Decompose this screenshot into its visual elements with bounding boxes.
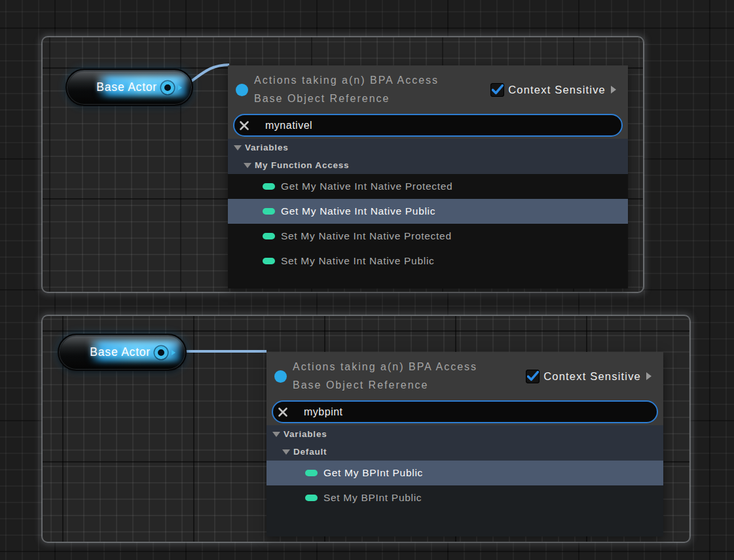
object-pin-dot-icon (274, 370, 287, 383)
collapse-triangle-icon[interactable] (244, 163, 251, 168)
search-value: mybpint (304, 406, 343, 418)
context-sensitive-checkbox[interactable] (490, 83, 504, 97)
category-row[interactable]: Default (266, 443, 663, 461)
variable-pill-icon (263, 183, 275, 190)
search-input[interactable]: mybpint (272, 400, 658, 423)
action-label: Set My Native Int Native Public (281, 255, 434, 267)
pin-arrow-icon (178, 85, 182, 90)
action-label: Set My Native Int Native Protected (281, 230, 452, 242)
object-pin-dot-icon (236, 84, 248, 96)
pin-arrow-icon (172, 350, 175, 355)
context-sensitive-toggle[interactable]: Context Sensitive (526, 370, 651, 383)
clear-search-icon[interactable] (239, 120, 249, 131)
variable-pill-icon (305, 495, 318, 501)
action-label: Get My Native Int Native Public (281, 205, 435, 217)
action-list-item[interactable]: Set My BPInt Public (266, 485, 663, 510)
action-list: VariablesDefaultGet My BPInt PublicSet M… (266, 425, 663, 536)
search-input[interactable]: mynativel (233, 114, 623, 137)
context-menu: Actions taking a(n) BPA Access Base Obje… (228, 65, 628, 289)
search-value: mynativel (265, 120, 312, 131)
context-sensitive-toggle[interactable]: Context Sensitive (490, 83, 616, 97)
context-sensitive-checkbox[interactable] (526, 370, 540, 383)
category-label: Default (293, 447, 327, 457)
collapse-triangle-icon[interactable] (272, 432, 280, 437)
category-row[interactable]: Variables (266, 425, 663, 443)
action-label: Get My Native Int Native Protected (281, 181, 452, 192)
category-row[interactable]: My Function Access (228, 156, 628, 174)
chevron-right-icon[interactable] (611, 86, 616, 94)
chevron-right-icon[interactable] (646, 372, 651, 380)
action-list-item[interactable]: Set My Native Int Native Protected (228, 224, 628, 249)
context-menu: Actions taking a(n) BPA Access Base Obje… (266, 352, 663, 536)
action-label: Get My BPInt Public (323, 467, 423, 479)
category-row[interactable]: Variables (228, 139, 628, 156)
action-list-item[interactable]: Get My Native Int Native Protected (228, 174, 628, 199)
action-label: Set My BPInt Public (323, 492, 422, 504)
base-actor-node[interactable]: Base Actor (58, 334, 187, 371)
node-label: Base Actor (96, 80, 157, 94)
context-sensitive-label: Context Sensitive (543, 370, 641, 383)
menu-header: Actions taking a(n) BPA Access Base Obje… (266, 352, 663, 425)
object-output-pin-icon[interactable] (161, 81, 174, 94)
menu-header: Actions taking a(n) BPA Access Base Obje… (228, 65, 628, 139)
action-list: VariablesMy Function AccessGet My Native… (228, 139, 628, 289)
menu-title: Actions taking a(n) BPA Access Base Obje… (254, 71, 439, 108)
category-label: Variables (245, 143, 289, 152)
variable-pill-icon (305, 470, 318, 476)
base-actor-node[interactable]: Base Actor (65, 69, 193, 106)
action-list-item[interactable]: Get My Native Int Native Public (228, 199, 628, 224)
clear-search-icon[interactable] (278, 407, 288, 417)
node-label: Base Actor (90, 345, 151, 359)
collapse-triangle-icon[interactable] (234, 145, 242, 150)
variable-pill-icon (263, 258, 275, 264)
collapse-triangle-icon[interactable] (282, 449, 290, 455)
menu-title: Actions taking a(n) BPA Access Base Obje… (293, 358, 477, 394)
action-list-item[interactable]: Set My Native Int Native Public (228, 249, 628, 273)
context-sensitive-label: Context Sensitive (508, 84, 606, 96)
checkmark-icon (528, 372, 538, 380)
checkmark-icon (492, 86, 502, 94)
category-label: Variables (284, 429, 327, 439)
action-list-item[interactable]: Get My BPInt Public (266, 461, 663, 485)
category-label: My Function Access (255, 160, 349, 170)
variable-pill-icon (263, 233, 275, 239)
object-output-pin-icon[interactable] (155, 346, 168, 359)
variable-pill-icon (263, 208, 275, 215)
